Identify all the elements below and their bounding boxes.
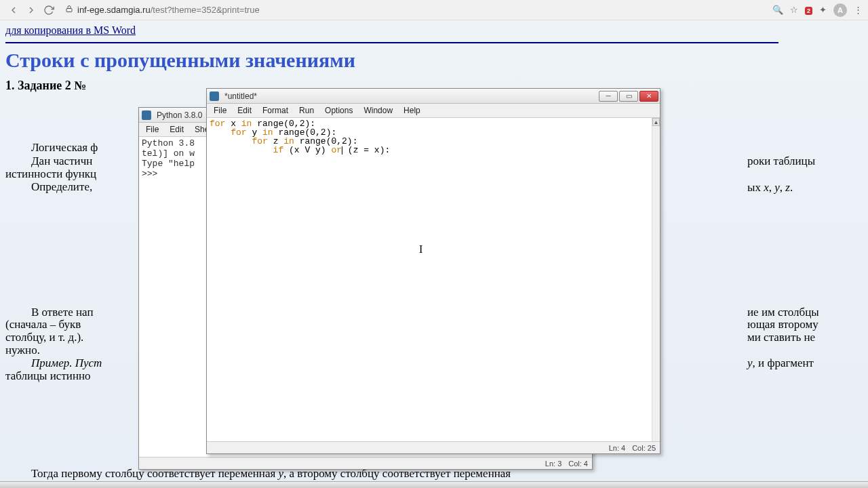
text-fragment: y, и фрагмент — [747, 356, 863, 371]
editor-title: *untitled* — [224, 92, 257, 101]
editor-statusbar: Ln: 4 Col: 25 — [207, 441, 660, 453]
menu-edit[interactable]: Edit — [232, 104, 257, 117]
vertical-scrollbar[interactable]: ▲ — [652, 118, 660, 441]
zoom-icon[interactable]: 🔍 — [772, 5, 783, 15]
text-fragment: ых x, y, z. — [747, 180, 863, 196]
top-link[interactable]: для копирования в MS Word — [5, 24, 136, 36]
scroll-up-icon[interactable]: ▲ — [652, 118, 660, 126]
lock-icon — [65, 5, 73, 15]
editor-ln: Ln: 4 — [609, 444, 625, 452]
browser-toolbar: inf-ege.sdamgia.ru/test?theme=352&print=… — [0, 0, 868, 20]
editor-menubar: File Edit Format Run Options Window Help — [207, 104, 660, 118]
shell-col: Col: 4 — [568, 460, 588, 468]
taskbar[interactable] — [0, 481, 868, 488]
python-icon — [142, 110, 151, 120]
toolbar-right: 🔍 ☆ 2 ✦ A ⋮ — [772, 3, 863, 17]
ibeam-cursor-icon: I — [419, 243, 422, 256]
section-title: Строки с пропущенными значениями — [5, 49, 863, 72]
reload-button[interactable] — [41, 2, 57, 18]
menu-options[interactable]: Options — [319, 104, 358, 117]
text-fragment: таблицы истинно — [5, 369, 137, 384]
python-icon — [210, 92, 219, 101]
close-button[interactable]: ✕ — [639, 91, 658, 102]
divider — [5, 42, 778, 43]
menu-file[interactable]: File — [208, 104, 232, 117]
text-fragment: роки таблицы — [747, 154, 863, 169]
menu-help[interactable]: Help — [398, 104, 426, 117]
menu-run[interactable]: Run — [294, 104, 319, 117]
maximize-button[interactable]: ▭ — [619, 91, 638, 102]
menu-file[interactable]: File — [140, 123, 164, 136]
editor-col: Col: 25 — [632, 444, 656, 452]
window-controls: ─ ▭ ✕ — [599, 91, 658, 102]
svg-rect-0 — [66, 9, 72, 12]
text-fragment: ми ставить не — [747, 330, 863, 346]
svg-rect-2 — [210, 92, 219, 101]
minimize-button[interactable]: ─ — [599, 91, 618, 102]
url-domain: inf-ege.sdamgia.ru — [77, 5, 151, 15]
menu-format[interactable]: Format — [257, 104, 294, 117]
svg-rect-1 — [142, 110, 151, 120]
star-icon[interactable]: ☆ — [790, 5, 798, 15]
back-button[interactable] — [5, 2, 22, 18]
url-path: /test?theme=352&print=true — [151, 5, 260, 15]
text-fragment: Определите, — [5, 180, 137, 195]
extensions-icon[interactable]: ✦ — [819, 5, 827, 15]
shell-ln: Ln: 3 — [545, 460, 561, 468]
editor-window[interactable]: *untitled* ─ ▭ ✕ File Edit Format Run Op… — [206, 88, 660, 454]
menu-edit[interactable]: Edit — [164, 123, 189, 136]
avatar[interactable]: A — [833, 3, 847, 17]
menu-window[interactable]: Window — [358, 104, 398, 117]
shell-statusbar: Ln: 3 Col: 4 — [139, 457, 592, 469]
address-bar[interactable]: inf-ege.sdamgia.ru/test?theme=352&print=… — [77, 5, 260, 15]
editor-titlebar[interactable]: *untitled* ─ ▭ ✕ — [207, 89, 660, 104]
extension-badge[interactable]: 2 — [805, 5, 812, 15]
forward-button[interactable] — [23, 2, 39, 18]
menu-icon[interactable]: ⋮ — [854, 5, 863, 15]
editor-body[interactable]: for x in range(0,2): for y in range(0,2)… — [207, 118, 660, 441]
shell-title: Python 3.8.0 — [157, 110, 202, 120]
page-content: для копирования в MS Word Строки с пропу… — [0, 20, 868, 488]
